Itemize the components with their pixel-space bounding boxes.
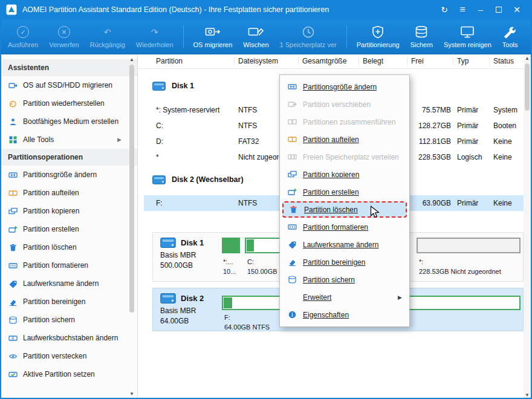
undo-icon: ↶ [104, 27, 111, 37]
menu-item-create-partition[interactable]: Partition erstellen [281, 183, 408, 201]
cell-free: 228.53GB [407, 153, 453, 161]
sidebar-item-bootable-media[interactable]: Bootfähiges Medium erstellen [0, 112, 137, 131]
sidebar-item-all-tools[interactable]: Alle Tools ▶ [0, 131, 137, 149]
submenu-arrow-icon: ▶ [398, 294, 402, 300]
sidebar-item-set-active-partition[interactable]: Aktive Partition setzen [0, 365, 137, 383]
column-free[interactable]: Frei [407, 57, 453, 66]
wipe-partition-icon [8, 298, 18, 306]
toolbar-tools-button[interactable]: Tools [497, 19, 524, 54]
close-button[interactable]: ✕ [508, 0, 526, 19]
info-icon [287, 311, 297, 319]
cell-partition: *: System-reserviert [152, 106, 235, 114]
disk1-group-row[interactable]: Disk 1 [152, 76, 194, 96]
resize-partition-icon [8, 171, 18, 179]
scrollbar-thumb[interactable] [525, 63, 530, 111]
menu-item-distribute-free-space: Freien Speicherplatz verteilen [281, 148, 408, 166]
sidebar-item-change-drive-letter[interactable]: A Laufwerksbuchstaben ändern [0, 329, 137, 347]
migrate-os-icon [205, 25, 221, 39]
sidebar-item-label: Partition formatieren [23, 261, 88, 270]
scrollbar-thumb[interactable] [129, 65, 134, 313]
main-scrollbar[interactable]: ▲ ▼ [524, 54, 531, 399]
sidebar-scrollbar[interactable]: ▲ ▼ [128, 56, 135, 398]
hamburger-menu-icon[interactable]: ≡ [453, 0, 472, 19]
sidebar-item-label: Aktive Partition setzen [23, 370, 95, 378]
toolbar-migrate-os-button[interactable]: OS migrieren [188, 19, 238, 54]
cell-type: Primär [453, 137, 490, 146]
sidebar-item-create-partition[interactable]: Partition erstellen [0, 220, 137, 238]
disk-icon [152, 175, 166, 184]
menu-item-delete-partition[interactable]: Partition löschen [282, 201, 407, 218]
window-controls: ↻ ≡ – ✕ [435, 0, 526, 19]
column-partition[interactable]: Partition [152, 57, 235, 66]
cell-partition: F: [152, 199, 235, 207]
toolbar-backup-label: Sichern [410, 41, 433, 48]
menu-item-wipe-partition[interactable]: Partition bereinigen [281, 253, 408, 271]
disk2-type: Basis MBR [160, 307, 204, 315]
sidebar-item-label: OS auf SSD/HDD migrieren [23, 81, 112, 89]
toolbar-clean-system-button[interactable]: System reinigen [438, 19, 497, 54]
sidebar-item-hide-partition[interactable]: Partition verstecken [0, 347, 137, 365]
disk1-size: 500.00GB [160, 261, 204, 270]
drive-letter-icon: A [8, 334, 18, 342]
sidebar-item-resize-partition[interactable]: Partitionsgröße ändern [0, 166, 137, 184]
scroll-up-icon[interactable]: ▲ [524, 54, 531, 62]
partition-label: C: [247, 258, 254, 265]
column-filesystem[interactable]: Dateisystem [235, 57, 299, 66]
create-partition-icon [287, 188, 297, 196]
sidebar: Assistenten OS auf SSD/HDD migrieren Par… [0, 54, 138, 399]
sidebar-item-restore-partition[interactable]: Partition wiederherstellen [0, 94, 137, 112]
disk1-group-label: Disk 1 [172, 82, 194, 90]
disk-icon [160, 293, 176, 303]
scroll-down-icon[interactable]: ▼ [128, 390, 135, 398]
menu-item-format-partition[interactable]: Partition formatieren [281, 218, 408, 236]
cell-partition: D: [152, 137, 235, 146]
column-used[interactable]: Belegt [359, 57, 407, 66]
toolbar-apply-button[interactable]: ✓ Ausführen [2, 19, 44, 54]
sidebar-item-backup-partition[interactable]: Partition sichern [0, 311, 137, 329]
menu-item-copy-partition[interactable]: Partition kopieren [281, 166, 408, 183]
toolbar-undo-button[interactable]: ↶ Rückgängig [85, 19, 131, 54]
sidebar-item-copy-partition[interactable]: Partition kopieren [0, 202, 137, 220]
toolbar-partitioning-button[interactable]: Partitionierung [351, 19, 405, 54]
apply-icon: ✓ [17, 26, 29, 38]
column-total-size[interactable]: Gesamtgröße [299, 57, 359, 66]
sidebar-item-change-label[interactable]: Laufwerksname ändern [0, 274, 137, 293]
clock-icon [301, 25, 316, 39]
partition-bar-system-reserved[interactable] [222, 238, 240, 253]
toolbar-discard-button[interactable]: ✕ Verwerfen [44, 19, 85, 54]
menu-item-resize-partition[interactable]: Partitionsgröße ändern [281, 78, 408, 96]
sidebar-item-label: Bootfähiges Medium erstellen [23, 117, 118, 126]
menu-item-label: Partition aufteilen [303, 135, 359, 144]
sidebar-item-migrate-os[interactable]: OS auf SSD/HDD migrieren [0, 76, 137, 94]
menu-item-split-partition[interactable]: Partition aufteilen [281, 131, 408, 148]
toolbar-backup-button[interactable]: Sichern [405, 19, 438, 54]
toolbar-redo-button[interactable]: ↷ Wiederholen [131, 19, 179, 54]
sidebar-item-wipe-partition[interactable]: Partition bereinigen [0, 293, 137, 311]
sidebar-item-label: Partition verstecken [23, 352, 86, 360]
menu-item-backup-partition[interactable]: Partition sichern [281, 271, 408, 288]
toolbar-allocate-space-button[interactable]: 1 Speicherplatz ver [274, 19, 342, 54]
disk2-group-row[interactable]: Disk 2 (Wechselbar) [152, 170, 244, 189]
menu-item-advanced[interactable]: Erweitert ▶ [281, 288, 408, 306]
partition-bar-unallocated[interactable] [417, 238, 521, 253]
menu-item-move-partition: Partition verschieben [281, 96, 408, 113]
refresh-icon[interactable]: ↻ [435, 0, 453, 19]
sidebar-item-split-partition[interactable]: Partition aufteilen [0, 184, 137, 202]
toolbar-wipe-button[interactable]: Wischen [238, 19, 274, 54]
disk1-type: Basis MBR [160, 251, 204, 259]
minimize-button[interactable]: – [472, 0, 490, 19]
sidebar-item-format-partition[interactable]: Partition formatieren [0, 256, 137, 274]
partition-restore-icon [8, 100, 18, 108]
menu-item-label: Partition löschen [304, 206, 358, 214]
cell-free: 63.90GB [407, 199, 453, 207]
sidebar-item-delete-partition[interactable]: Partition löschen [0, 238, 137, 256]
partition-size-label: 228.53GB Nicht zugeordnet [419, 268, 501, 275]
menu-item-change-label[interactable]: Laufwerksname ändern [281, 236, 408, 253]
column-type[interactable]: Typ [453, 57, 490, 66]
maximize-button[interactable] [490, 0, 508, 19]
column-status[interactable]: Status [490, 57, 524, 66]
scroll-down-icon[interactable]: ▼ [524, 391, 531, 399]
menu-item-properties[interactable]: Eigenschaften [281, 306, 408, 323]
menu-item-label: Partitionsgröße ändern [303, 83, 377, 91]
scroll-up-icon[interactable]: ▲ [128, 56, 135, 63]
